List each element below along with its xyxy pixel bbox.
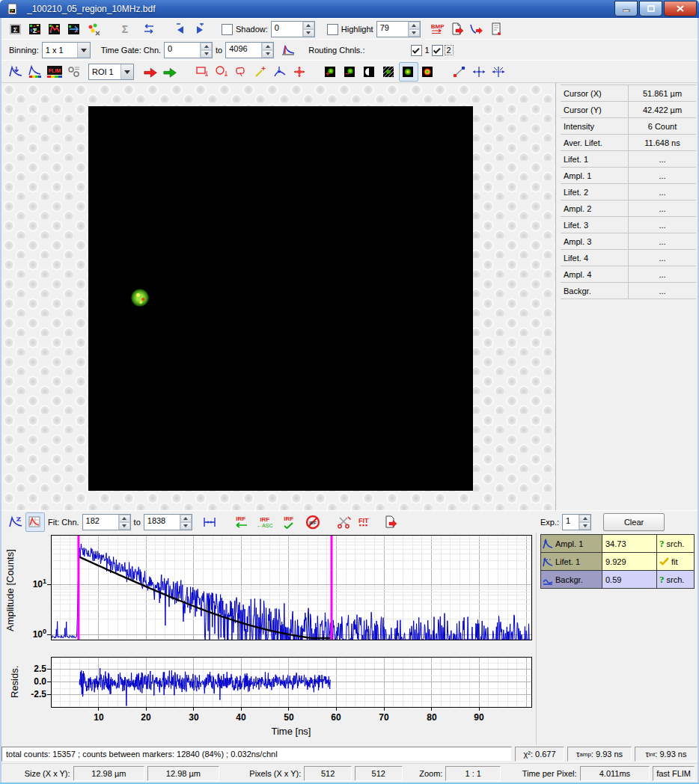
close-button[interactable] xyxy=(664,1,697,16)
fit-row-status[interactable]: fit xyxy=(657,553,694,570)
highlight-spinner[interactable]: 79 xyxy=(376,21,421,37)
export-image-icon[interactable] xyxy=(448,19,467,39)
clear-button[interactable]: Clear xyxy=(603,513,665,531)
fit-to-spinner[interactable]: 1838 xyxy=(144,514,192,530)
spin-up-button[interactable] xyxy=(119,515,130,522)
color-edit-icon[interactable] xyxy=(84,19,103,39)
svg-text:FLIM: FLIM xyxy=(49,68,61,73)
spin-up-button[interactable] xyxy=(201,43,212,50)
fit-parameter-table: Ampl. 134.73?srch.Lifet. 19.929fitBackgr… xyxy=(540,534,695,589)
pixels-y-value: 512 xyxy=(355,766,403,781)
flim-icon[interactable]: FLIM xyxy=(45,62,64,82)
spin-up-button[interactable] xyxy=(409,22,420,29)
bmp-export-icon[interactable]: BMP xyxy=(428,19,448,39)
ellipse-select-icon[interactable] xyxy=(212,62,231,82)
image-view-area[interactable] xyxy=(1,82,555,511)
decay-chart-svg[interactable] xyxy=(1,533,536,745)
lasso-select-icon[interactable] xyxy=(231,62,251,82)
swap-arrows-icon[interactable] xyxy=(139,19,159,39)
histogram-image-icon[interactable] xyxy=(45,19,64,39)
decay-matrix-icon[interactable] xyxy=(25,512,45,532)
flim-image[interactable] xyxy=(88,106,473,491)
rect-select-icon[interactable] xyxy=(192,62,212,82)
roi-invert-icon[interactable] xyxy=(360,62,379,82)
fit-from-value[interactable]: 182 xyxy=(83,515,118,530)
spin-up-button[interactable] xyxy=(579,515,590,522)
export-decay-icon[interactable] xyxy=(467,19,486,39)
highlight-checkbox[interactable] xyxy=(327,24,338,35)
roi-select[interactable]: ROI 1 xyxy=(88,64,134,80)
gate-curve-icon[interactable] xyxy=(278,40,298,60)
chevron-down-icon[interactable] xyxy=(120,64,133,79)
title-bar[interactable]: _100210_05_region_10MHz.bdf xyxy=(0,0,699,18)
decay-trace-icon[interactable] xyxy=(6,512,25,532)
export-fit-icon[interactable] xyxy=(381,512,400,532)
spin-up-button[interactable] xyxy=(180,515,192,522)
roi-rainbow-icon[interactable] xyxy=(418,62,438,82)
fit-to-value[interactable]: 1838 xyxy=(144,515,180,530)
shadow-spinner[interactable]: 0 xyxy=(271,21,315,37)
shadow-checkbox[interactable] xyxy=(222,24,233,35)
cursor-decay-icon[interactable] xyxy=(6,62,25,82)
roi-add-icon[interactable]: + xyxy=(321,62,341,82)
irf-off-icon[interactable]: IRF xyxy=(303,512,323,532)
exp-spinner[interactable]: 1 xyxy=(562,514,591,530)
axis-scale-icon[interactable] xyxy=(489,62,508,82)
spin-down-button[interactable] xyxy=(579,522,590,530)
gate-from-spinner[interactable]: 0 xyxy=(164,42,213,58)
tau-colorbar-icon[interactable] xyxy=(25,62,45,82)
routing-checkbox-2[interactable] xyxy=(432,45,443,56)
maximize-button[interactable] xyxy=(639,1,662,16)
matrix-options-icon[interactable] xyxy=(64,62,84,82)
irf-auto-check-icon[interactable]: IRF xyxy=(279,512,299,532)
spin-up-button[interactable] xyxy=(262,43,273,50)
fit-row-status[interactable]: ?srch. xyxy=(657,571,694,588)
prev-frame-icon[interactable] xyxy=(171,19,190,39)
fit-from-spinner[interactable]: 182 xyxy=(82,514,131,530)
fit-row-value[interactable]: 9.929 xyxy=(602,553,657,570)
decay-chart-panel[interactable]: Amplitude [Counts] Resids. Time [ns] 102… xyxy=(1,533,536,745)
spin-down-button[interactable] xyxy=(180,522,192,530)
fit-row-value[interactable]: 34.73 xyxy=(602,535,657,552)
roi-mask-icon[interactable] xyxy=(399,62,418,82)
irf-ascii-icon[interactable]: IRF←ASC xyxy=(255,512,275,532)
cursor-table-row: Ampl. 1... xyxy=(561,168,696,184)
highlight-value[interactable]: 79 xyxy=(377,22,408,37)
threshold-select-icon[interactable] xyxy=(270,62,290,82)
spin-down-button[interactable] xyxy=(119,522,130,530)
sigma-icon[interactable]: Σ xyxy=(115,19,135,39)
move-roi-icon[interactable] xyxy=(290,62,309,82)
run-fit-icon[interactable]: FIT▪▪▪ xyxy=(354,512,373,532)
shadow-value[interactable]: 0 xyxy=(272,22,302,37)
exp-value[interactable]: 1 xyxy=(563,515,579,530)
marker-span-icon[interactable] xyxy=(200,512,219,532)
spin-down-button[interactable] xyxy=(201,50,212,58)
routing-checkbox-1[interactable] xyxy=(411,45,422,56)
profile-line-icon[interactable] xyxy=(450,62,469,82)
spin-up-button[interactable] xyxy=(303,22,314,29)
apply-roi-green-arrow-icon[interactable] xyxy=(161,62,180,82)
gate-to-spinner[interactable]: 4096 xyxy=(225,42,274,58)
roi-hatch-icon[interactable] xyxy=(379,62,399,82)
irf-import-icon[interactable]: IRF xyxy=(231,512,251,532)
spin-down-button[interactable] xyxy=(303,29,314,37)
spin-down-button[interactable] xyxy=(262,50,273,58)
roi-subtract-icon[interactable]: − xyxy=(341,62,360,82)
fit-row-status[interactable]: ?srch. xyxy=(657,535,694,552)
apply-roi-red-arrow-icon[interactable] xyxy=(141,62,161,82)
magic-wand-icon[interactable] xyxy=(251,62,270,82)
chevron-down-icon[interactable] xyxy=(77,43,90,58)
minimize-button[interactable] xyxy=(614,1,638,16)
next-frame-icon[interactable] xyxy=(190,19,210,39)
fit-row-value[interactable]: 0.59 xyxy=(602,571,657,588)
axis-move-icon[interactable] xyxy=(469,62,489,82)
shift-image-icon[interactable] xyxy=(64,19,84,39)
binning-select[interactable]: 1 x 1 xyxy=(42,42,91,58)
export-report-icon[interactable] xyxy=(486,19,506,39)
gate-from-value[interactable]: 0 xyxy=(165,43,200,58)
gate-to-value[interactable]: 4096 xyxy=(226,43,261,58)
model-settings-icon[interactable] xyxy=(335,512,354,532)
spin-down-button[interactable] xyxy=(409,29,420,37)
sum-matrix-icon[interactable]: Σ xyxy=(6,19,25,39)
sum-image-icon[interactable]: Σ xyxy=(25,19,45,39)
